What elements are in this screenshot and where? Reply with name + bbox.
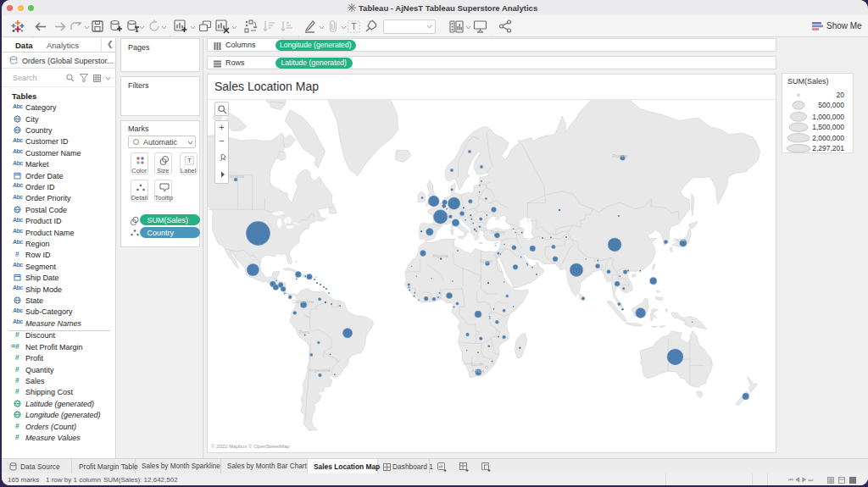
svg-text:South: South [470,362,484,367]
svg-text:T: T [351,22,356,31]
svg-text:Egypt: Egypt [480,258,493,263]
svg-text:Japan: Japan [673,237,687,242]
svg-text:Algeria: Algeria [432,253,448,258]
svg-text:Peru: Peru [299,329,310,335]
svg-text:Russia: Russia [612,153,628,158]
svg-text:Africa: Africa [471,368,485,374]
svg-text:T: T [187,157,192,164]
svg-text:Turkey: Turkey [490,230,505,235]
svg-text:Colombia: Colombia [292,299,314,304]
svg-text:Canada: Canada [226,174,245,179]
svg-text:Argentina: Argentina [309,368,331,373]
